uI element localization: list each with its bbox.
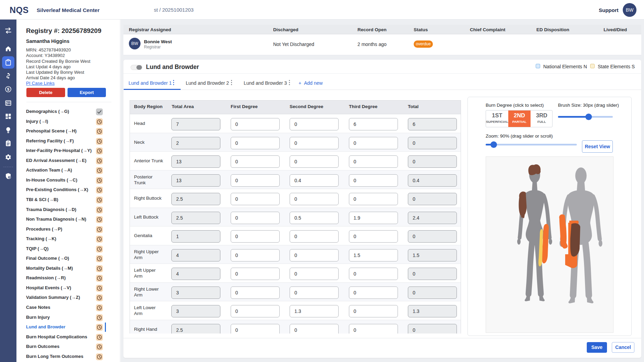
svg-text:$: $ bbox=[7, 87, 10, 91]
